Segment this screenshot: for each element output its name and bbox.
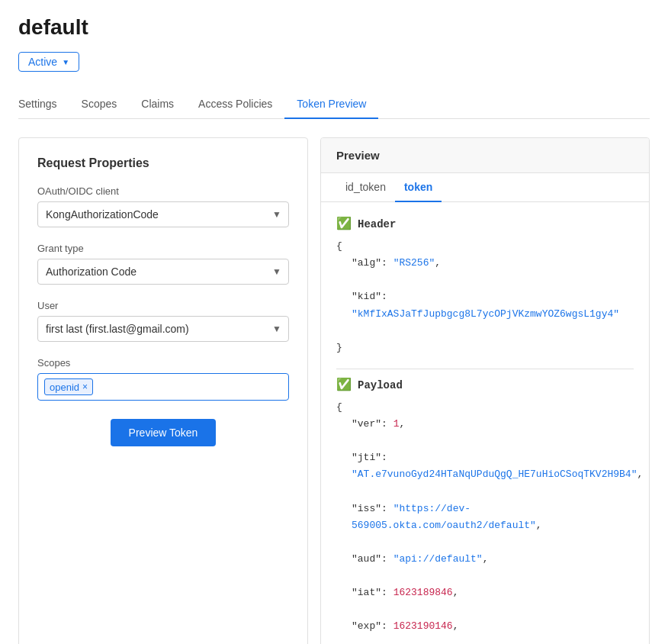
status-dropdown[interactable]: Active ▼ (18, 52, 79, 72)
user-select[interactable]: first last (first.last@gmail.com) (37, 316, 289, 342)
scopes-container[interactable]: openid × (37, 373, 289, 401)
payload-json: { "ver": 1, "jti": "AT.e7vunoGyd24HTaNqU… (336, 399, 634, 644)
client-label: OAuth/OIDC client (37, 185, 289, 197)
scope-tag-label: openid (50, 382, 79, 393)
user-group: User first last (first.last@gmail.com) ▼ (37, 300, 289, 342)
grant-group: Grant type Authorization Code ▼ (37, 243, 289, 285)
main-content: Request Properties OAuth/OIDC client Kon… (18, 137, 650, 644)
user-label: User (37, 300, 289, 311)
tab-claims[interactable]: Claims (129, 90, 186, 119)
scopes-label: Scopes (37, 357, 289, 369)
check-circle-icon-2: ✅ (336, 375, 352, 396)
tabs-nav: Settings Scopes Claims Access Policies T… (18, 90, 650, 119)
preview-title: Preview (336, 149, 380, 162)
payload-block: ✅ Payload { "ver": 1, "jti": "AT.e7vunoG… (336, 375, 634, 644)
payload-label: Payload (358, 377, 403, 395)
grant-select[interactable]: Authorization Code (37, 259, 289, 285)
tab-token[interactable]: token (395, 173, 442, 202)
tab-access-policies[interactable]: Access Policies (186, 90, 284, 119)
payload-section-title: ✅ Payload (336, 375, 634, 396)
header-json: { "alg": "RS256", "kid": "kMfIxASJaTfJup… (336, 238, 634, 356)
tab-settings[interactable]: Settings (18, 90, 69, 119)
request-properties-title: Request Properties (37, 156, 289, 170)
check-circle-icon: ✅ (336, 214, 352, 235)
right-panel: Preview id_token token ✅ Header { "alg": (320, 137, 650, 644)
json-content: ✅ Header { "alg": "RS256", "kid": "kMfIx… (321, 202, 649, 644)
client-group: OAuth/OIDC client KongAuthorizationCode … (37, 185, 289, 227)
tab-id-token[interactable]: id_token (336, 173, 395, 202)
user-select-wrapper: first last (first.last@gmail.com) ▼ (37, 316, 289, 342)
tab-scopes[interactable]: Scopes (69, 90, 130, 119)
client-select-wrapper: KongAuthorizationCode ▼ (37, 201, 289, 227)
tab-token-preview[interactable]: Token Preview (284, 90, 378, 119)
preview-header: Preview (321, 138, 649, 173)
header-section-title: ✅ Header (336, 214, 634, 235)
status-label: Active (28, 56, 57, 68)
grant-select-wrapper: Authorization Code ▼ (37, 259, 289, 285)
divider (336, 369, 634, 369)
scope-tag-remove[interactable]: × (82, 382, 88, 392)
client-select[interactable]: KongAuthorizationCode (37, 201, 289, 227)
token-tabs: id_token token (321, 173, 649, 202)
grant-label: Grant type (37, 243, 289, 254)
chevron-down-icon: ▼ (62, 58, 69, 66)
preview-token-button[interactable]: Preview Token (111, 419, 217, 446)
scopes-group: Scopes openid × (37, 357, 289, 401)
left-panel: Request Properties OAuth/OIDC client Kon… (18, 137, 308, 644)
page-title: default (18, 15, 650, 40)
scope-tag-openid: openid × (44, 378, 93, 395)
header-block: ✅ Header { "alg": "RS256", "kid": "kMfIx… (336, 214, 634, 356)
header-label: Header (358, 216, 396, 234)
